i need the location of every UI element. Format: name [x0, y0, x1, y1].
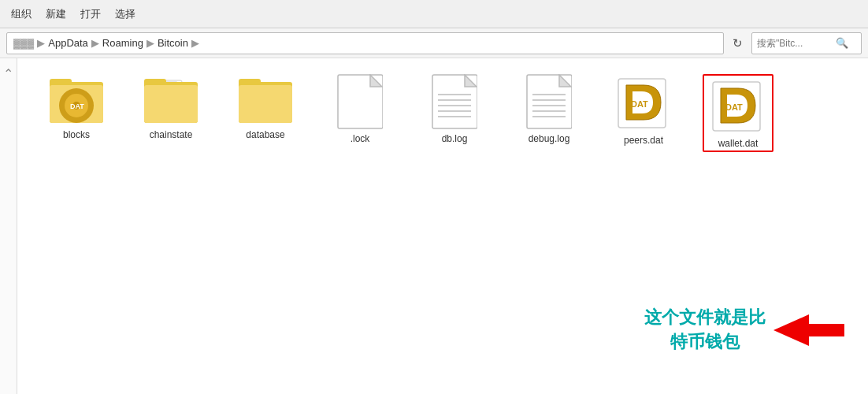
annotation: 这个文件就是比 特币钱包 [644, 306, 844, 355]
search-input[interactable] [757, 38, 836, 49]
address-bar-row: ▓▓▓ ▶ AppData ▶ Roaming ▶ Bitcoin ▶ ↻ 🔍 [0, 28, 868, 58]
breadcrumb-appdata-label[interactable]: AppData [48, 37, 88, 49]
annotation-line1: 这个文件就是比 [644, 306, 766, 330]
debuglog-file-icon [526, 74, 572, 129]
breadcrumb-bitcoin[interactable]: Bitcoin [158, 37, 188, 49]
search-icon: 🔍 [836, 37, 848, 49]
file-item-dblog[interactable]: db.log [419, 74, 490, 144]
file-item-chainstate[interactable]: chainstate [135, 74, 206, 140]
annotation-line2: 特币钱包 [644, 330, 766, 355]
search-box[interactable]: 🔍 [751, 32, 862, 54]
svg-rect-14 [239, 85, 292, 123]
nav-arrow[interactable]: ⌃ [3, 66, 13, 81]
breadcrumb-roaming[interactable]: Roaming [102, 37, 143, 49]
database-label: database [246, 129, 284, 140]
file-item-peers[interactable]: DAT peers.dat [608, 74, 679, 146]
chainstate-label: chainstate [150, 129, 193, 140]
file-item-database[interactable]: database [230, 74, 301, 140]
organize-button[interactable]: 组织 [6, 6, 36, 23]
file-area: DAT blocks chainstate dat [17, 58, 868, 394]
dblog-file-icon [432, 74, 477, 129]
wallet-dat-icon: DAT [710, 77, 766, 134]
blocks-label: blocks [63, 129, 90, 140]
file-item-lock[interactable]: .lock [325, 74, 395, 144]
new-button[interactable]: 新建 [41, 6, 71, 23]
file-item-blocks[interactable]: DAT blocks [41, 74, 112, 140]
wallet-label: wallet.dat [718, 138, 759, 149]
breadcrumb-appdata[interactable]: ▓▓▓ [13, 38, 34, 49]
peers-label: peers.dat [624, 135, 663, 146]
red-arrow-icon [773, 310, 844, 350]
file-item-debuglog[interactable]: debug.log [514, 74, 584, 144]
refresh-button[interactable]: ↻ [729, 35, 747, 52]
open-button[interactable]: 打开 [76, 6, 106, 23]
file-item-wallet[interactable]: DAT wallet.dat [703, 74, 773, 152]
svg-text:DAT: DAT [725, 102, 743, 112]
select-button[interactable]: 选择 [110, 6, 140, 23]
blocks-folder-icon: DAT [48, 74, 105, 125]
svg-text:DAT: DAT [631, 99, 648, 109]
chainstate-folder-icon [143, 74, 199, 125]
debuglog-label: debug.log [529, 133, 570, 144]
main-area: ⌃ DAT blocks [0, 58, 868, 394]
svg-rect-11 [144, 85, 198, 123]
annotation-text: 这个文件就是比 特币钱包 [644, 306, 766, 355]
database-folder-icon [237, 74, 294, 125]
dblog-label: db.log [442, 133, 468, 144]
peers-dat-icon: DAT [615, 74, 672, 131]
svg-text:DAT: DAT [70, 102, 84, 110]
lock-label: .lock [351, 133, 370, 144]
left-nav: ⌃ [0, 58, 17, 394]
svg-marker-38 [773, 314, 844, 346]
lock-file-icon [337, 74, 383, 129]
address-bar[interactable]: ▓▓▓ ▶ AppData ▶ Roaming ▶ Bitcoin ▶ [6, 32, 724, 54]
toolbar: 组织 新建 打开 选择 [0, 0, 868, 28]
